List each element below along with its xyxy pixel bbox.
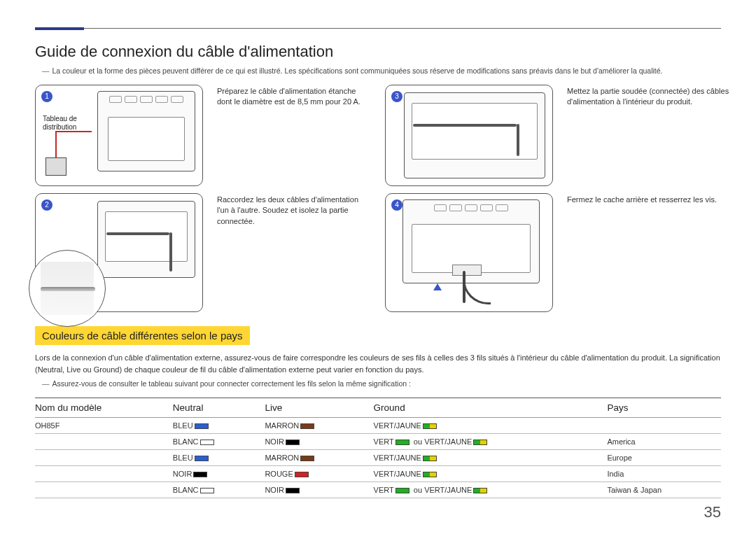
cable-icon	[517, 124, 519, 156]
step-4-diagram: 4	[385, 193, 553, 312]
cable-icon	[55, 131, 92, 132]
cell-country: Europe	[607, 450, 721, 466]
step-3-diagram: 3	[385, 85, 553, 186]
cable-icon	[463, 276, 491, 304]
table-row: NOIR ROUGE VERT/JAUNE India	[35, 466, 721, 482]
cable-icon	[169, 232, 172, 272]
col-ground: Ground	[374, 398, 608, 418]
table-row: BLANC NOIR VERT ou VERT/JAUNE Taiwan & J…	[35, 482, 721, 498]
cell-live: MARRON	[265, 450, 373, 466]
col-neutral: Neutral	[173, 398, 265, 418]
cable-colors-intro: Lors de la connexion d'un câble d'alimen…	[35, 352, 721, 375]
swatch-blue-icon	[195, 423, 209, 429]
cell-live: NOIR	[265, 434, 373, 450]
swatch-brown-icon	[300, 423, 314, 429]
swatch-green-icon	[396, 440, 410, 445]
cell-neutral: BLEU	[173, 450, 265, 466]
step-4-text: Fermez le cache arrière et resserrez les…	[567, 193, 756, 312]
cell-model: OH85F	[35, 418, 173, 434]
table-row: BLEU MARRON VERT/JAUNE Europe	[35, 450, 721, 466]
swatch-green-icon	[396, 488, 410, 493]
cell-model	[35, 466, 173, 482]
swatch-black-icon	[286, 488, 300, 493]
col-live: Live	[265, 398, 373, 418]
swatch-greenyellow-icon	[473, 488, 487, 493]
step-3-number: 3	[391, 91, 402, 102]
cell-ground: VERT ou VERT/JAUNE	[374, 482, 608, 498]
cell-ground: VERT/JAUNE	[374, 466, 608, 482]
col-country: Pays	[607, 398, 721, 418]
table-header-row: Nom du modèle Neutral Live Ground Pays	[35, 398, 721, 418]
cell-country: India	[607, 466, 721, 482]
cell-live: NOIR	[265, 482, 373, 498]
step-2-number: 2	[41, 199, 52, 211]
cable-color-table: Nom du modèle Neutral Live Ground Pays O…	[35, 398, 721, 498]
step-1-diagram: 1 Tableau de distribution	[35, 85, 203, 186]
swatch-white-icon	[200, 440, 214, 445]
table-row: OH85F BLEU MARRON VERT/JAUNE	[35, 418, 721, 434]
header-rule	[35, 28, 721, 30]
page-title: Guide de connexion du câble d'alimentati…	[35, 43, 721, 61]
cell-ground: VERT/JAUNE	[374, 450, 608, 466]
connector-icon	[452, 265, 482, 276]
col-model: Nom du modèle	[35, 398, 173, 418]
swatch-black-icon	[286, 440, 300, 445]
swatch-white-icon	[200, 488, 214, 493]
cell-neutral: NOIR	[173, 466, 265, 482]
step-1-number: 1	[41, 91, 52, 102]
cell-country: Taiwan & Japan	[607, 482, 721, 498]
step-4-number: 4	[391, 199, 402, 211]
cell-ground: VERT/JAUNE	[374, 418, 608, 434]
steps-grid: 1 Tableau de distribution Préparez le câ…	[35, 85, 721, 312]
cell-neutral: BLANC	[173, 482, 265, 498]
swatch-greenyellow-icon	[423, 472, 437, 477]
step-2-diagram: 2	[35, 193, 203, 312]
step-2-text: Raccordez les deux câbles d'alimentation…	[217, 193, 371, 312]
page-number: 35	[704, 503, 721, 521]
cable-colors-note: Assurez-vous de consulter le tableau sui…	[35, 379, 721, 388]
cable-colors-subhead: Couleurs de câble différentes selon le p…	[35, 326, 250, 345]
quality-disclaimer: La couleur et la forme des pièces peuven…	[35, 66, 721, 75]
distribution-panel-label: Tableau de distribution	[43, 115, 77, 132]
arrow-icon	[433, 283, 442, 290]
step-3-text: Mettez la partie soudée (connectée) des …	[567, 85, 756, 186]
cable-icon	[55, 132, 57, 157]
cell-model	[35, 434, 173, 450]
swatch-black-icon	[193, 472, 207, 477]
swatch-greenyellow-icon	[423, 456, 437, 461]
swatch-brown-icon	[300, 456, 314, 461]
cell-country: America	[607, 434, 721, 450]
cell-live: ROUGE	[265, 466, 373, 482]
swatch-red-icon	[295, 472, 309, 477]
distribution-box-icon	[46, 157, 66, 176]
cell-model	[35, 450, 173, 466]
step-1-text: Préparez le câble d'alimentation étanche…	[217, 85, 371, 186]
cable-icon	[413, 124, 517, 127]
swatch-greenyellow-icon	[423, 423, 437, 429]
swatch-blue-icon	[195, 456, 209, 461]
cell-country	[607, 418, 721, 434]
cell-ground: VERT ou VERT/JAUNE	[374, 434, 608, 450]
cell-neutral: BLEU	[173, 418, 265, 434]
magnifier-icon	[29, 250, 106, 327]
cell-live: MARRON	[265, 418, 373, 434]
table-row: BLANC NOIR VERT ou VERT/JAUNE America	[35, 434, 721, 450]
swatch-greenyellow-icon	[473, 440, 487, 445]
cell-neutral: BLANC	[173, 434, 265, 450]
cell-model	[35, 482, 173, 498]
cable-icon	[106, 232, 169, 235]
